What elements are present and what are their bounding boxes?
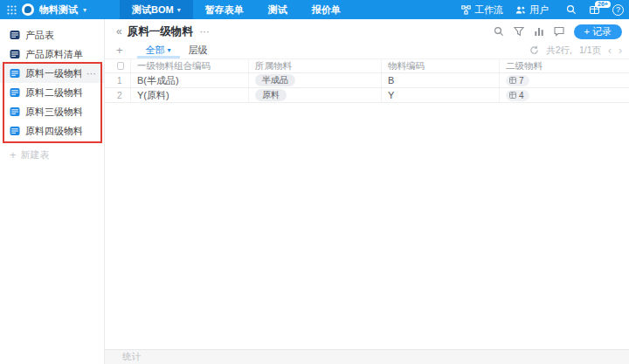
nav-tab-label: 测试 [268,3,287,17]
column-header-parent-material[interactable]: 所属物料 [249,59,382,72]
sidebar-item-material-level4[interactable]: 原料四级物料 [0,121,104,141]
add-view-icon[interactable]: + [116,44,123,57]
app-name[interactable]: 物料测试 [39,3,78,17]
row-index: 1 [105,73,131,87]
sidebar-item-label: 原料一级物料 [25,67,81,80]
sidebar-item-label: 产品表 [25,29,97,42]
table-row[interactable]: 2 Y(原料) 原料 Y 4 [105,88,629,103]
notification-badge: 26+ [595,1,611,8]
cell-level2-material[interactable]: 7 [500,73,629,87]
topbar-nav: 测试BOM ▾ 暂存表单 测试 报价单 [120,0,353,19]
add-table-button[interactable]: + 新建表 [0,148,104,161]
cell-combo-code[interactable]: B(半成品) [131,73,249,87]
content-area: 产品表 产品原料清单 原料一级物料 ⋯ 原料二级物料 原料三级物料 原料四 [0,19,629,364]
table-icon [10,49,20,59]
row-index: 2 [105,88,131,102]
table-icon [10,106,20,117]
nav-tab-label: 报价单 [312,3,341,17]
plus-icon: + [10,151,17,160]
more-options-icon[interactable]: ⋯ [86,68,97,79]
data-table: 一级物料组合编码 所属物料 物料编码 二级物料 1 B(半成品) 半成品 B [105,58,629,103]
view-bar: + 全部 ▾ 层级 共2行, 1/1页 ‹ › [105,42,629,58]
relation-count-badge[interactable]: 4 [506,90,529,101]
workflow-button[interactable]: 工作流 [461,3,503,17]
add-record-button[interactable]: + 记录 [574,24,622,39]
relation-count: 4 [519,91,524,100]
row-count-label: 共2行, [546,45,572,57]
stats-label: 统计 [122,351,141,363]
cell-material-code[interactable]: Y [382,88,500,102]
help-icon[interactable]: ? [612,4,624,16]
view-tab-hierarchy[interactable]: 层级 [180,42,217,58]
page-title: 原料一级物料 [128,24,193,39]
table-icon [10,87,20,98]
sidebar: 产品表 产品原料清单 原料一级物料 ⋯ 原料二级物料 原料三级物料 原料四 [0,19,105,364]
cell-parent-material[interactable]: 半成品 [249,73,382,87]
title-more-icon[interactable]: ⋯ [200,26,211,38]
select-all-checkbox[interactable] [117,62,124,70]
topbar: 物料测试 ▾ 测试BOM ▾ 暂存表单 测试 报价单 工作流 [0,0,629,19]
app-window: 物料测试 ▾ 测试BOM ▾ 暂存表单 测试 报价单 工作流 [0,0,629,364]
users-label: 用户 [529,3,549,17]
sidebar-item-label: 原料三级物料 [25,106,97,119]
topbar-right: 工作流 用户 26+ ? [461,0,629,19]
sidebar-item-material-level2[interactable]: 原料二级物料 [0,83,104,102]
view-tab-label: 全部 [146,44,165,57]
workflow-icon [461,5,471,15]
app-logo [22,3,34,16]
sidebar-item-material-level3[interactable]: 原料三级物料 [0,102,104,121]
prev-page-icon[interactable]: ‹ [608,46,612,55]
cell-combo-code[interactable]: Y(原料) [131,88,249,102]
cell-material-code[interactable]: B [382,73,500,87]
relation-icon [509,92,516,99]
empty-area [105,103,629,349]
workflow-label: 工作流 [474,3,503,17]
relation-count-badge[interactable]: 7 [506,75,529,86]
main-panel: « 原料一级物料 ⋯ + [105,19,629,364]
add-record-label: 记录 [592,25,612,38]
column-header-level2-material[interactable]: 二级物料 [500,59,629,72]
users-button[interactable]: 用户 [515,3,549,17]
collapse-sidebar-icon[interactable]: « [116,25,122,38]
sidebar-item-label: 原料二级物料 [25,86,97,100]
next-page-icon[interactable]: › [619,46,622,55]
column-header-combo-code[interactable]: 一级物料组合编码 [131,59,249,72]
comment-icon[interactable] [554,26,564,37]
refresh-icon[interactable] [529,45,539,55]
view-tab-label: 层级 [189,44,208,57]
table-row[interactable]: 1 B(半成品) 半成品 B 7 [105,73,629,88]
sidebar-item-product-material-list[interactable]: 产品原料清单 [0,45,104,64]
nav-tab-quotation[interactable]: 报价单 [300,0,353,19]
material-type-tag: 原料 [255,89,287,101]
nav-tab-bom[interactable]: 测试BOM ▾ [120,0,193,19]
column-header-material-code[interactable]: 物料编码 [382,59,500,72]
main-header-tools: + 记录 [494,24,622,39]
plus-icon: + [584,26,590,37]
nav-tab-label: 测试BOM [132,3,174,17]
global-search-icon[interactable] [566,4,577,15]
nav-tab-staging-form[interactable]: 暂存表单 [193,0,256,19]
sidebar-item-material-level1[interactable]: 原料一级物料 ⋯ [0,64,104,83]
table-header-row: 一级物料组合编码 所属物料 物料编码 二级物料 [105,58,629,73]
select-all-cell [105,59,131,72]
filter-icon[interactable] [514,26,524,37]
relation-icon [509,77,516,84]
cell-parent-material[interactable]: 原料 [249,88,382,102]
page-indicator: 1/1页 [579,45,601,57]
view-tab-all[interactable]: 全部 ▾ [137,42,180,58]
users-icon [515,5,526,15]
main-header: « 原料一级物料 ⋯ + [105,19,629,42]
pagination-area: 共2行, 1/1页 ‹ › [529,45,622,57]
search-icon[interactable] [494,26,504,37]
app-chevron-down-icon[interactable]: ▾ [83,6,86,14]
cell-level2-material[interactable]: 4 [500,88,629,102]
table-icon [10,126,20,136]
stats-footer[interactable]: 统计 [105,349,629,364]
nav-tab-test[interactable]: 测试 [256,0,300,19]
chart-icon[interactable] [534,26,544,37]
sidebar-item-product-table[interactable]: 产品表 [0,25,104,45]
add-table-label: 新建表 [21,148,50,161]
notification-icon[interactable]: 26+ [589,4,600,15]
nav-tab-label: 暂存表单 [205,3,244,17]
app-grid-icon[interactable] [7,5,17,15]
